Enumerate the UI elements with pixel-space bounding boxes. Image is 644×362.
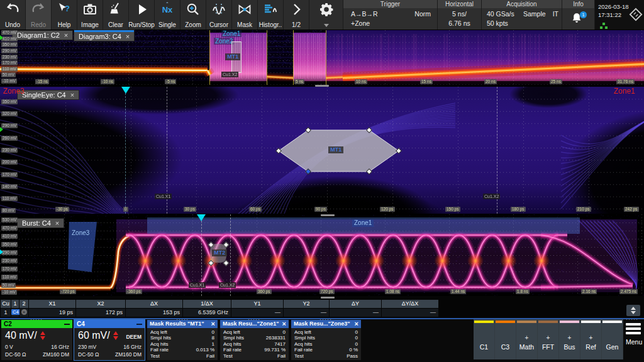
run-stop-button[interactable]: Run/Stop xyxy=(129,0,155,30)
cursor-x2-label[interactable]: Cu1.X2 xyxy=(219,282,236,288)
signal-button-c1[interactable]: C1 xyxy=(474,319,494,359)
zone-gate-line[interactable] xyxy=(267,30,267,85)
axis-tick-label: 5 ns xyxy=(294,79,304,84)
table-scroll-stepper[interactable] xyxy=(626,305,640,316)
signal-button-label: Math xyxy=(519,343,534,351)
toolbar-settings-button[interactable] xyxy=(309,0,343,30)
axis-tick-label: 170 mV xyxy=(1,60,18,65)
channel-c2-header[interactable]: C2 xyxy=(1,320,72,328)
mask-results-zone1-panel[interactable]: Mask Resu..."Zone1" × Acq left0Smpl hits… xyxy=(220,320,289,360)
help-button[interactable]: ? Help xyxy=(52,0,77,30)
cursor-button[interactable]: Cursor xyxy=(206,0,232,30)
scale-stepper[interactable] xyxy=(40,331,45,340)
cursor-source-badge[interactable]: C4 xyxy=(11,309,20,315)
axis-tick-label: 140 mV xyxy=(1,184,18,189)
trigger-position-marker[interactable] xyxy=(121,87,130,94)
mask-mt1-results: Acq left0Smpl hits8Acq hits1Fail rate0.0… xyxy=(147,329,218,359)
splitter-handle[interactable] xyxy=(321,214,335,216)
zone-gate-line[interactable] xyxy=(326,30,326,85)
close-icon[interactable]: × xyxy=(211,320,215,328)
close-icon[interactable]: × xyxy=(282,320,286,328)
cursor-results-table: Cu 1 2 X1 X2 ΔX 1/ΔX Y1 Y2 ΔY ΔY/ΔX 1 C4… xyxy=(0,296,644,318)
signal-button-gen[interactable]: Gen xyxy=(602,319,623,359)
tab-singleeye-c4[interactable]: SingleEye: C4 × xyxy=(18,90,79,99)
signal-button-fft[interactable]: + FFT xyxy=(538,319,558,359)
zone1-label[interactable]: Zone1 xyxy=(221,30,242,37)
cursor-disable-icon[interactable]: × xyxy=(21,309,27,315)
tab-diagram3-c4[interactable]: Diagram3: C4 × xyxy=(74,30,134,41)
trigger-line[interactable] xyxy=(125,87,126,214)
axis-tick-label: -15 ns xyxy=(35,79,49,84)
col-header-y2: Y2 xyxy=(284,300,329,308)
gear-icon xyxy=(319,2,334,17)
mask-mt1-label[interactable]: MT1 xyxy=(225,53,240,60)
channel-c4-panel[interactable]: C4 60 mV/ DEEM 230 mV 16 GHz DC-50 Ω ZM1… xyxy=(74,320,145,360)
mask-mt1-header[interactable]: Mask Results "MT1" × xyxy=(147,320,218,328)
channel-c4-header[interactable]: C4 xyxy=(74,320,145,328)
redo-button[interactable]: Redo xyxy=(26,0,52,30)
channel-id: C4 xyxy=(77,320,85,328)
horizontal-status-section[interactable]: Horizontal 5 ns/ 6.76 ns xyxy=(438,0,482,30)
zone-gate-line[interactable] xyxy=(293,30,294,85)
trigger-level-marker[interactable] xyxy=(0,250,3,255)
info-section[interactable]: Info 1 xyxy=(562,0,595,30)
acquisition-status-section[interactable]: Acquisition 40 GSa/s Sample IT 50 kpts xyxy=(482,0,562,30)
diagram-3-burst-display[interactable]: Zone1 Zone3 Burst: C4 × MT2 Cu1.X1 Cu1.X… xyxy=(0,214,644,296)
mask-mt1-label[interactable]: MT1 xyxy=(328,146,343,153)
close-icon[interactable]: × xyxy=(355,320,358,328)
undo-button[interactable]: Undo xyxy=(0,0,26,30)
menu-button[interactable]: Menu xyxy=(626,323,644,346)
close-icon[interactable]: × xyxy=(55,219,59,228)
mask-zone3-header[interactable]: Mask Resu..."Zone3" × xyxy=(291,320,361,328)
datetime-panel[interactable]: 2026-03-18 17:31:22 xyxy=(595,0,644,30)
zone1-label[interactable]: Zone1 xyxy=(352,219,374,227)
zoom-button[interactable]: Zoom xyxy=(180,0,206,30)
mask-zone1-header[interactable]: Mask Resu..."Zone1" × xyxy=(220,320,289,328)
mask-results-zone3-panel[interactable]: Mask Resu..."Zone3" × Acq left0Smpl hits… xyxy=(291,320,361,360)
cursor-x1-label[interactable]: Cu1.X1 xyxy=(155,194,172,199)
zone1-label[interactable]: Zone1 xyxy=(614,87,635,96)
diagram-2-eye-display[interactable]: Zone3 Zone1 SingleEye: C4 × Cu1.X1 Cu1.X… xyxy=(0,87,644,214)
cursor-x1-label[interactable]: Cu1.X1 xyxy=(189,282,206,288)
close-icon[interactable]: × xyxy=(126,32,130,41)
zone-gate-line[interactable] xyxy=(209,30,210,85)
close-icon[interactable]: × xyxy=(70,90,74,99)
mask-button[interactable]: Mask xyxy=(232,0,258,30)
axis-tick-label: 290 mV xyxy=(1,250,18,255)
close-icon[interactable]: × xyxy=(64,31,68,40)
col-header-cu: Cu xyxy=(1,300,11,308)
signal-button-ref[interactable]: + Ref xyxy=(580,319,601,359)
trigger-position-marker[interactable] xyxy=(197,214,206,221)
mask-result-key: Acq hits xyxy=(223,341,241,347)
channel-c2-panel[interactable]: C2 40 mV/ 0 V 16 GHz DC-50 Ω ZM160 DM xyxy=(1,320,72,360)
cursor-x2-label[interactable]: Cu1.X2 xyxy=(483,194,500,199)
mask-results-mt1-panel[interactable]: Mask Results "MT1" × Acq left0Smpl hits8… xyxy=(147,320,218,360)
scale-stepper[interactable] xyxy=(113,331,118,340)
cursor-x2-label[interactable]: Cu1.X2 xyxy=(221,72,238,77)
mask-mt2-label[interactable]: MT2 xyxy=(212,250,227,256)
splitter-handle[interactable] xyxy=(321,297,335,299)
tab-diagram1-c2[interactable]: Diagram1: C2 × xyxy=(13,31,72,40)
minimize-icon[interactable] xyxy=(64,324,70,325)
axis-tick-label: -10 ns xyxy=(101,79,114,84)
axis-tick-label: 120 ps xyxy=(380,207,395,212)
signal-button-c3[interactable]: C3 xyxy=(495,319,516,359)
diagram-1-persistence-display[interactable]: Diagram1: C2 × Diagram3: C4 × Zone1 Zone… xyxy=(0,30,644,85)
minimize-icon[interactable] xyxy=(136,324,142,325)
histogram-button[interactable]: Histogr.. xyxy=(258,0,284,30)
trigger-status-section[interactable]: Trigger A→B→R Norm +Zone xyxy=(343,0,438,30)
channel-c4-offset: 230 mV xyxy=(78,344,96,350)
zone3-label[interactable]: Zone3 xyxy=(70,229,91,237)
single-button[interactable]: ˆ Nx Single xyxy=(155,0,180,30)
clear-button[interactable]: Clear xyxy=(103,0,129,30)
splitter-handle[interactable] xyxy=(315,85,329,87)
image-button[interactable]: Image xyxy=(77,0,103,30)
mask-panel-title: Mask Results "MT1" xyxy=(150,320,204,328)
signal-button-bus[interactable]: + Bus xyxy=(559,319,580,359)
tab-burst-c4[interactable]: Burst: C4 × xyxy=(18,219,64,228)
channel-offset-marker[interactable] xyxy=(0,127,3,132)
channel-offset-marker[interactable] xyxy=(0,35,3,40)
toolbar-page-button[interactable]: 1/2 xyxy=(284,0,309,30)
signal-button-math[interactable]: + Math xyxy=(516,319,537,359)
zone3-label[interactable]: Zone3 xyxy=(3,87,25,96)
